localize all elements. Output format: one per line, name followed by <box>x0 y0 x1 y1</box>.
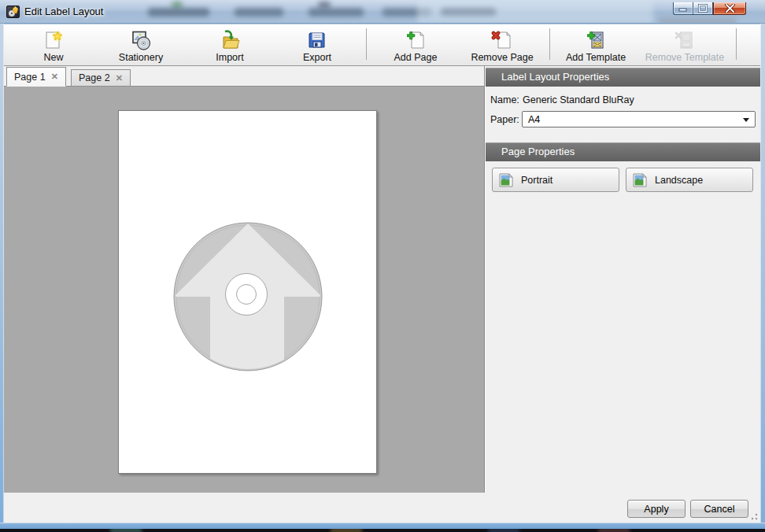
portrait-button[interactable]: Portrait <box>492 168 619 192</box>
new-document-icon <box>42 28 65 52</box>
titlebar-glass-reflection <box>0 0 765 23</box>
name-value: Generic Standard BluRay <box>523 94 634 105</box>
tab-page-2[interactable]: Page 2 ✕ <box>71 69 131 87</box>
landscape-button-label: Landscape <box>655 175 703 186</box>
add-template-button[interactable]: Add Template <box>556 24 635 65</box>
chevron-down-icon <box>743 118 749 122</box>
minimize-button[interactable] <box>673 2 693 15</box>
toolbar-separator <box>549 28 550 60</box>
apply-button[interactable]: Apply <box>627 500 686 518</box>
landscape-image-icon <box>632 172 648 188</box>
tab-page-1-close-icon[interactable]: ✕ <box>51 72 58 82</box>
export-floppy-icon <box>305 28 329 52</box>
remove-template-button: Remove Template <box>640 24 730 65</box>
remove-template-button-label: Remove Template <box>645 52 725 63</box>
add-page-button-label: Add Page <box>394 52 438 63</box>
add-page-icon <box>404 28 427 52</box>
remove-page-button[interactable]: Remove Page <box>461 24 543 65</box>
portrait-button-label: Portrait <box>521 175 552 186</box>
maximize-button[interactable] <box>693 2 713 15</box>
new-button[interactable]: New <box>20 24 87 65</box>
stationery-button[interactable]: Stationery <box>98 24 183 65</box>
disc-label-outline[interactable] <box>169 218 327 379</box>
export-button-label: Export <box>303 52 331 63</box>
remove-page-icon <box>490 28 514 52</box>
page-tabbar: Page 1 ✕ Page 2 ✕ <box>4 66 484 87</box>
edit-label-layout-dialog: Edit Label Layout <box>0 0 765 529</box>
tab-page-1-label: Page 1 <box>14 72 46 83</box>
add-template-button-label: Add Template <box>566 52 626 63</box>
desktop-background-strip <box>0 529 765 532</box>
landscape-button[interactable]: Landscape <box>626 168 753 192</box>
window-border-bottom <box>0 523 765 529</box>
tab-page-2-label: Page 2 <box>79 72 110 83</box>
cancel-button[interactable]: Cancel <box>690 500 748 518</box>
remove-template-icon <box>673 28 697 52</box>
window-border-right <box>760 24 765 529</box>
titlebar[interactable]: Edit Label Layout <box>0 0 765 24</box>
stationery-disc-icon <box>129 28 153 52</box>
remove-page-button-label: Remove Page <box>471 52 533 63</box>
paper-label: Paper: <box>490 114 519 125</box>
page-editor-area: Page 1 ✕ Page 2 ✕ <box>4 66 484 493</box>
close-icon <box>725 4 735 13</box>
minimize-icon <box>678 5 688 12</box>
label-layout-properties-header: Label Layout Properties <box>486 68 760 87</box>
paper-select[interactable]: A4 <box>522 111 756 127</box>
tab-page-2-close-icon[interactable]: ✕ <box>116 73 123 83</box>
footer-bar: Apply Cancel <box>4 493 760 523</box>
import-folder-icon <box>218 28 242 52</box>
portrait-image-icon <box>498 172 514 188</box>
paper-select-value: A4 <box>528 114 540 125</box>
toolbar: New Stationery <box>4 24 760 66</box>
app-icon <box>6 6 20 18</box>
stationery-button-label: Stationery <box>119 52 163 63</box>
page-properties-header: Page Properties <box>486 142 760 161</box>
name-label: Name: <box>490 94 519 105</box>
close-button[interactable] <box>713 2 746 15</box>
layout-canvas[interactable] <box>4 87 484 493</box>
main-area: Page 1 ✕ Page 2 ✕ <box>4 66 760 493</box>
properties-panel: Label Layout Properties Name: Generic St… <box>486 66 760 493</box>
export-button[interactable]: Export <box>279 24 355 65</box>
window-controls <box>673 2 746 15</box>
window-title: Edit Label Layout <box>24 6 103 17</box>
toolbar-separator <box>736 28 737 60</box>
add-page-button[interactable]: Add Page <box>378 24 453 65</box>
import-button[interactable]: Import <box>193 24 267 65</box>
new-button-label: New <box>43 52 63 63</box>
resize-grip[interactable] <box>750 512 758 520</box>
toolbar-separator <box>366 28 367 60</box>
tab-page-1[interactable]: Page 1 ✕ <box>6 67 66 87</box>
maximize-icon <box>698 4 708 13</box>
page-preview[interactable] <box>118 110 377 474</box>
import-button-label: Import <box>216 52 243 63</box>
dialog-content: New Stationery <box>4 24 760 523</box>
add-template-icon <box>584 28 608 52</box>
